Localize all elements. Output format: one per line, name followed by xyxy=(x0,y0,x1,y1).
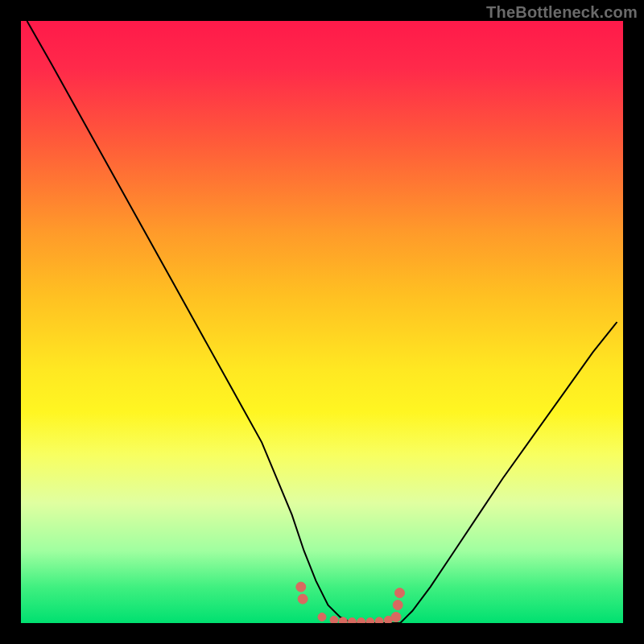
marker-point xyxy=(391,613,401,622)
plot-area xyxy=(21,21,623,623)
marker-point xyxy=(330,616,338,623)
marker-point xyxy=(339,617,347,623)
curve-svg xyxy=(21,21,623,623)
marker-point xyxy=(357,618,365,624)
sweet-spot-markers xyxy=(296,582,405,623)
marker-point xyxy=(298,594,308,604)
marker-point xyxy=(375,617,383,623)
marker-point xyxy=(395,588,405,598)
bottleneck-curve xyxy=(27,21,617,623)
marker-point xyxy=(366,618,374,624)
marker-point xyxy=(348,618,356,624)
marker-point xyxy=(393,601,402,610)
chart-container: TheBottleneck.com xyxy=(0,0,644,644)
marker-point xyxy=(318,613,326,621)
marker-point xyxy=(296,582,306,592)
watermark-text: TheBottleneck.com xyxy=(486,3,638,22)
